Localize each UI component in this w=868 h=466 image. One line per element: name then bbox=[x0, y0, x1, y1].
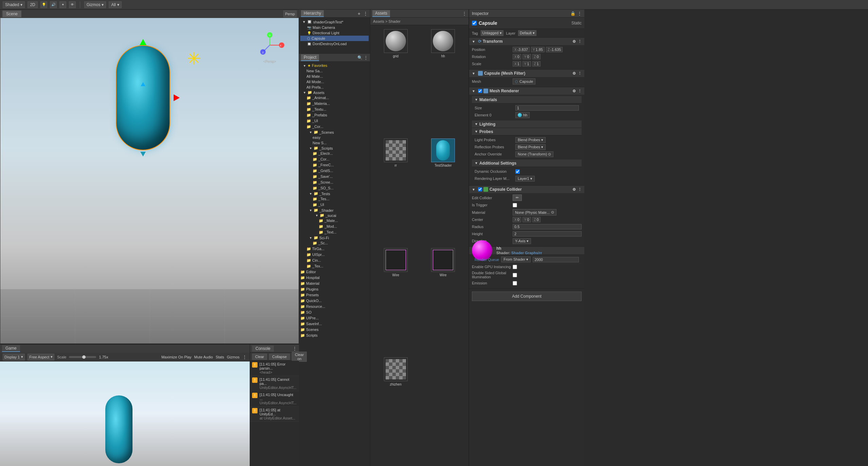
mate-item[interactable]: 📁 _Mate... bbox=[319, 218, 369, 224]
reflection-probes-dropdown[interactable]: Blend Probes ▾ bbox=[515, 144, 546, 150]
clear-button[interactable]: Clear bbox=[252, 354, 267, 360]
tab-project[interactable]: Project bbox=[301, 54, 319, 61]
scale-slider[interactable] bbox=[69, 356, 96, 358]
options-icon[interactable]: ⋮ bbox=[242, 354, 247, 360]
mesh-filter-header[interactable]: ▼ Capsule (Mesh Filter) ⚙ ⋮ bbox=[469, 70, 584, 77]
materials-section-header[interactable]: ▼ Materials bbox=[472, 96, 582, 104]
shader-grid-item[interactable]: grid bbox=[373, 28, 419, 135]
mesh-filter-overflow-icon[interactable]: ⋮ bbox=[578, 71, 582, 76]
scripts2-item[interactable]: 📁 Scripts bbox=[300, 333, 369, 338]
layer-dropdown[interactable]: Default ▾ bbox=[518, 30, 536, 36]
render-queue-value[interactable] bbox=[533, 257, 579, 262]
hierarchy-options-icon[interactable]: ⋮ bbox=[363, 11, 368, 16]
2d-toggle[interactable]: 2D bbox=[28, 1, 37, 8]
display-dropdown[interactable]: Display 1 ▾ bbox=[3, 354, 25, 360]
edit-collider-button[interactable]: ✏ bbox=[513, 194, 522, 201]
quicko-item[interactable]: 📁 QuickO... bbox=[300, 298, 369, 304]
grids-item[interactable]: 📁 _GridS... bbox=[313, 168, 369, 174]
aspect-dropdown[interactable]: Free Aspect ▾ bbox=[28, 354, 54, 360]
tex2-item[interactable]: 📁 _Tex... bbox=[306, 263, 369, 269]
tag-dropdown[interactable]: Untagged ▾ bbox=[481, 30, 503, 36]
size-input[interactable] bbox=[515, 105, 579, 111]
scene-capsule[interactable] bbox=[116, 45, 170, 150]
rot-y[interactable]: Y 0 bbox=[522, 54, 531, 59]
sos-item[interactable]: 📁 _SO_S... bbox=[313, 185, 369, 191]
plugins-item[interactable]: 📁 Plugins bbox=[300, 286, 369, 292]
easy-item[interactable]: easy bbox=[313, 135, 369, 140]
favorites-folder[interactable]: ★ Favorites New Sa... All Mate... All Mo… bbox=[300, 63, 369, 90]
collapse-button[interactable]: Collapse bbox=[269, 354, 290, 360]
transform-settings-icon[interactable]: ⚙ bbox=[572, 39, 576, 44]
tex-item[interactable]: 📁 _Textu... bbox=[306, 107, 369, 112]
mat-item[interactable]: 📁 _Materia... bbox=[306, 101, 369, 107]
fav-allprefa[interactable]: All Prefa... bbox=[306, 85, 369, 90]
ui-item[interactable]: 📁 _UI bbox=[306, 118, 369, 124]
pos-x[interactable]: X -3.837 bbox=[513, 47, 530, 52]
sc-item[interactable]: 📁 _Sc... bbox=[313, 240, 369, 246]
center-y[interactable]: Y 0 bbox=[522, 217, 531, 222]
pos-z[interactable]: Z -1.635 bbox=[546, 47, 563, 52]
material-item[interactable]: 📁 Material bbox=[300, 281, 369, 286]
radius-input[interactable] bbox=[513, 224, 582, 229]
uispr-item[interactable]: 📁 UISpr... bbox=[306, 252, 369, 258]
probes-section-header[interactable]: ▼ Probes bbox=[472, 128, 582, 135]
gpu-instancing-checkbox[interactable] bbox=[513, 265, 517, 269]
shader-rr-item[interactable]: rr bbox=[373, 137, 419, 244]
material-hh-header[interactable]: hh Shader: Shader Graphs/rr bbox=[469, 247, 584, 254]
mesh-renderer-settings-icon[interactable]: ⚙ bbox=[572, 89, 576, 93]
shader-hh-item[interactable]: hh bbox=[421, 28, 466, 135]
is-trigger-checkbox[interactable] bbox=[513, 203, 517, 207]
shader-testshader-item[interactable]: TestShader bbox=[421, 137, 466, 244]
clear-on-play-button[interactable]: Clear on bbox=[292, 352, 307, 362]
direction-dropdown[interactable]: Y-Axis ▾ bbox=[513, 238, 531, 244]
light-icon[interactable]: 💡 bbox=[40, 1, 47, 8]
transform-header[interactable]: ▼ ⟳ Transform ⚙ ⋮ bbox=[469, 38, 584, 45]
capsule-collider-header[interactable]: ▼ Capsule Collider ⚙ ⋮ bbox=[469, 186, 584, 193]
gizmos-dropdown[interactable]: Gizmos ▾ bbox=[84, 1, 106, 8]
light-probes-dropdown[interactable]: Blend Probes ▾ bbox=[515, 137, 546, 143]
tes-item[interactable]: 📁 _Tes... bbox=[313, 196, 369, 202]
handle-right-x[interactable] bbox=[174, 94, 180, 101]
text-item[interactable]: 📁 _Text... bbox=[319, 229, 369, 235]
mod-item[interactable]: 📁 _Mod... bbox=[319, 224, 369, 229]
object-active-checkbox[interactable] bbox=[472, 21, 477, 25]
tab-scene[interactable]: Scene bbox=[2, 11, 21, 17]
fx-icon[interactable]: ✦ bbox=[59, 1, 66, 8]
scale-z[interactable]: Z 1 bbox=[532, 61, 541, 67]
height-input[interactable] bbox=[513, 231, 582, 237]
tab-hierarchy[interactable]: Hierarchy bbox=[301, 10, 324, 17]
collider-overflow-icon[interactable]: ⋮ bbox=[578, 187, 582, 192]
center-x[interactable]: X 0 bbox=[513, 217, 521, 222]
sucai-folder[interactable]: 📁 _sucai 📁 _Mate... 📁 _Mod... 📁 _Text... bbox=[313, 213, 369, 235]
project-options-icon[interactable]: ⋮ bbox=[364, 55, 368, 60]
scree-item[interactable]: 📁 _Scree... bbox=[313, 180, 369, 185]
assets-folder[interactable]: 📁 Assets 📁 _Animat... 📁 _Materia... 📁 _T… bbox=[300, 90, 369, 269]
scale-y[interactable]: Y 1 bbox=[522, 61, 531, 67]
scifi-folder[interactable]: 📁 Sci-Fi 📁 _Sc... bbox=[306, 235, 369, 246]
hier-capsule-item[interactable]: ⬡ Capsule bbox=[300, 36, 369, 41]
ui2-item[interactable]: 📁 _UI bbox=[313, 202, 369, 208]
tab-game[interactable]: Game bbox=[2, 345, 20, 352]
console-entry-3[interactable]: ! [11:41:05] at UnityEd... at UnityEdito… bbox=[250, 407, 299, 422]
anchor-override-dropdown[interactable]: None (Transform) ⊙ bbox=[515, 151, 553, 157]
presets-item[interactable]: 📁 Presets bbox=[300, 292, 369, 298]
hier-dontdestroy-item[interactable]: 🔲 DontDestroyOnLoad bbox=[300, 41, 369, 46]
shader-wire1-item[interactable]: Wire bbox=[373, 247, 419, 354]
audio-icon[interactable]: 🔊 bbox=[50, 1, 57, 8]
collider-checkbox[interactable] bbox=[478, 187, 482, 191]
mute-label[interactable]: Mute Audio bbox=[194, 355, 213, 359]
render-queue-type[interactable]: From Shader ▾ bbox=[501, 257, 531, 262]
editor-item[interactable]: 📁 Editor bbox=[300, 269, 369, 275]
double-sided-checkbox[interactable] bbox=[513, 273, 517, 277]
mesh-renderer-overflow-icon[interactable]: ⋮ bbox=[578, 89, 582, 93]
mesh-ref[interactable]: ⬡ Capsule bbox=[513, 78, 535, 85]
project-search-icon[interactable]: 🔍 bbox=[357, 55, 362, 60]
hier-light-item[interactable]: 💡 Directional Light bbox=[300, 30, 369, 36]
prefabs-item[interactable]: 📁 _Prefabs bbox=[306, 112, 369, 118]
element0-ref[interactable]: hh bbox=[515, 112, 530, 118]
scenes2-item[interactable]: 📁 Scenes bbox=[300, 327, 369, 333]
cor2-item[interactable]: 📁 _Cor... bbox=[313, 156, 369, 162]
save-item[interactable]: 📁 _Save'... bbox=[313, 174, 369, 180]
freec-item[interactable]: 📁 _FreeC... bbox=[313, 162, 369, 168]
inspector-options-icon[interactable]: ⋮ bbox=[578, 11, 582, 16]
